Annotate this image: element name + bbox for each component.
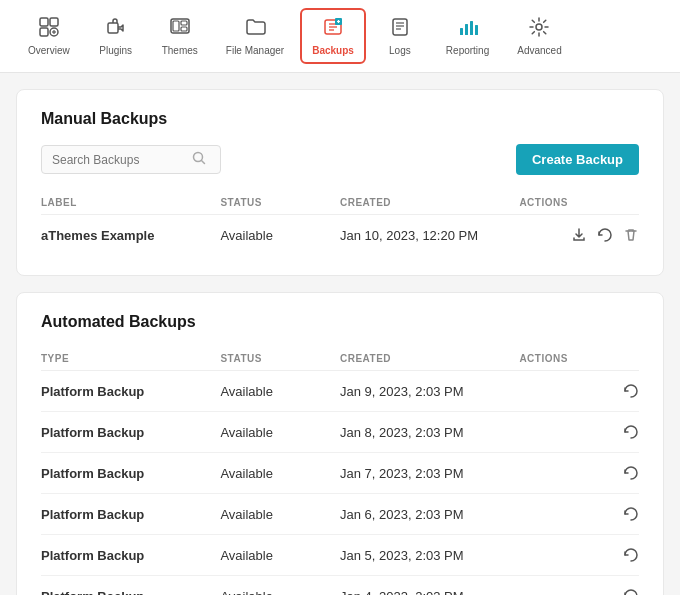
svg-rect-24 (470, 21, 473, 35)
nav-item-logs[interactable]: Logs (370, 8, 430, 64)
automated-backups-title: Automated Backups (41, 313, 639, 331)
auto-backup-created: Jan 4, 2023, 2:03 PM (340, 576, 519, 596)
search-input[interactable] (52, 153, 192, 167)
svg-rect-6 (108, 23, 118, 33)
backups-icon (322, 16, 344, 42)
restore-icon[interactable] (623, 383, 639, 399)
svg-rect-10 (181, 27, 187, 31)
auto-backup-status: Available (220, 453, 340, 494)
restore-icon[interactable] (623, 424, 639, 440)
auto-backup-type: Platform Backup (41, 371, 220, 412)
auto-backup-actions (519, 371, 639, 412)
advanced-icon (528, 16, 550, 42)
col-header-created: CREATED (340, 191, 519, 215)
logs-icon (389, 16, 411, 42)
auto-backup-type: Platform Backup (41, 453, 220, 494)
auto-col-header-status: STATUS (220, 347, 340, 371)
top-navigation: Overview Plugins Themes (0, 0, 680, 73)
svg-line-28 (202, 161, 205, 164)
svg-point-26 (536, 24, 542, 30)
nav-item-backups[interactable]: Backups (300, 8, 366, 64)
nav-item-plugins[interactable]: Plugins (86, 8, 146, 64)
download-icon[interactable] (571, 227, 587, 243)
backup-actions (519, 215, 639, 256)
plugins-icon (105, 16, 127, 42)
restore-icon[interactable] (623, 588, 639, 595)
svg-rect-9 (181, 21, 187, 25)
svg-rect-23 (465, 24, 468, 35)
auto-backup-created: Jan 5, 2023, 2:03 PM (340, 535, 519, 576)
backup-status: Available (220, 215, 340, 256)
auto-backup-created: Jan 8, 2023, 2:03 PM (340, 412, 519, 453)
auto-backup-status: Available (220, 576, 340, 596)
nav-label-backups: Backups (312, 45, 354, 56)
overview-icon (38, 16, 60, 42)
svg-rect-8 (173, 21, 179, 31)
nav-item-reporting[interactable]: Reporting (434, 8, 501, 64)
reporting-icon (457, 16, 479, 42)
svg-rect-0 (40, 18, 48, 26)
auto-backup-type: Platform Backup (41, 535, 220, 576)
nav-label-advanced: Advanced (517, 45, 561, 56)
auto-backup-actions (519, 453, 639, 494)
manual-backups-section: Manual Backups Create Backup LABEL STATU… (16, 89, 664, 276)
automated-backups-section: Automated Backups TYPE STATUS CREATED AC… (16, 292, 664, 595)
auto-backup-created: Jan 6, 2023, 2:03 PM (340, 494, 519, 535)
table-row: Platform Backup Available Jan 5, 2023, 2… (41, 535, 639, 576)
table-row: Platform Backup Available Jan 8, 2023, 2… (41, 412, 639, 453)
auto-backup-actions (519, 412, 639, 453)
col-header-label: LABEL (41, 191, 220, 215)
nav-item-overview[interactable]: Overview (16, 8, 82, 64)
svg-rect-18 (393, 19, 407, 35)
auto-backup-actions (519, 494, 639, 535)
auto-backup-type: Platform Backup (41, 494, 220, 535)
search-create-row: Create Backup (41, 144, 639, 175)
auto-backup-created: Jan 7, 2023, 2:03 PM (340, 453, 519, 494)
automated-backups-table: TYPE STATUS CREATED ACTIONS Platform Bac… (41, 347, 639, 595)
nav-label-overview: Overview (28, 45, 70, 56)
nav-label-logs: Logs (389, 45, 411, 56)
themes-icon (169, 16, 191, 42)
auto-col-header-type: TYPE (41, 347, 220, 371)
backup-label: aThemes Example (41, 215, 220, 256)
table-row: aThemes Example Available Jan 10, 2023, … (41, 215, 639, 256)
auto-col-header-actions: ACTIONS (519, 347, 639, 371)
svg-rect-22 (460, 28, 463, 35)
table-row: Platform Backup Available Jan 4, 2023, 2… (41, 576, 639, 596)
nav-label-file-manager: File Manager (226, 45, 284, 56)
auto-backup-status: Available (220, 412, 340, 453)
auto-backup-actions (519, 576, 639, 596)
main-content: Manual Backups Create Backup LABEL STATU… (0, 73, 680, 595)
file-manager-icon (244, 16, 266, 42)
search-icon (192, 151, 206, 168)
search-box[interactable] (41, 145, 221, 174)
restore-icon[interactable] (623, 547, 639, 563)
auto-backup-status: Available (220, 494, 340, 535)
col-header-actions: ACTIONS (519, 191, 639, 215)
col-header-status: STATUS (220, 191, 340, 215)
auto-backup-status: Available (220, 371, 340, 412)
svg-rect-2 (40, 28, 48, 36)
auto-col-header-created: CREATED (340, 347, 519, 371)
auto-backup-status: Available (220, 535, 340, 576)
svg-rect-1 (50, 18, 58, 26)
nav-item-file-manager[interactable]: File Manager (214, 8, 296, 64)
restore-icon[interactable] (597, 227, 613, 243)
manual-backups-table: LABEL STATUS CREATED ACTIONS aThemes Exa… (41, 191, 639, 255)
table-row: Platform Backup Available Jan 6, 2023, 2… (41, 494, 639, 535)
nav-label-reporting: Reporting (446, 45, 489, 56)
svg-rect-25 (475, 25, 478, 35)
nav-item-themes[interactable]: Themes (150, 8, 210, 64)
table-row: Platform Backup Available Jan 9, 2023, 2… (41, 371, 639, 412)
restore-icon[interactable] (623, 465, 639, 481)
nav-label-plugins: Plugins (99, 45, 132, 56)
restore-icon[interactable] (623, 506, 639, 522)
nav-label-themes: Themes (162, 45, 198, 56)
auto-backup-created: Jan 9, 2023, 2:03 PM (340, 371, 519, 412)
delete-icon[interactable] (623, 227, 639, 243)
auto-backup-type: Platform Backup (41, 412, 220, 453)
table-row: Platform Backup Available Jan 7, 2023, 2… (41, 453, 639, 494)
create-backup-button[interactable]: Create Backup (516, 144, 639, 175)
backup-created: Jan 10, 2023, 12:20 PM (340, 215, 519, 256)
nav-item-advanced[interactable]: Advanced (505, 8, 573, 64)
